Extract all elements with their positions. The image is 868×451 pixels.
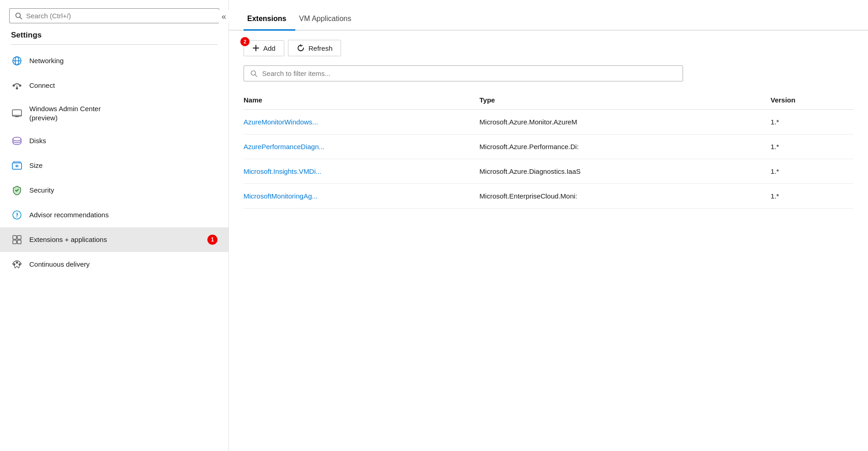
settings-title: Settings — [0, 31, 228, 44]
cell-version: 1.* — [770, 110, 853, 134]
refresh-icon — [297, 44, 305, 52]
svg-point-23 — [13, 263, 16, 266]
sidebar-item-advisor[interactable]: Advisor recommendations — [0, 203, 228, 227]
cell-version: 1.* — [770, 184, 853, 209]
extension-link-3[interactable]: MicrosoftMonitoringAg... — [244, 192, 318, 200]
search-bar[interactable] — [9, 8, 219, 23]
add-button[interactable]: 2 Add — [244, 40, 284, 56]
nav-list: NetworkingConnectWindows Admin Center (p… — [0, 48, 228, 451]
svg-point-18 — [16, 216, 17, 217]
table-row: AzurePerformanceDiagn...Microsoft.Azure.… — [244, 134, 853, 159]
extension-link-0[interactable]: AzureMonitorWindows... — [244, 118, 318, 126]
plus-icon — [252, 44, 260, 52]
table-wrap: NameTypeVersion AzureMonitorWindows...Mi… — [229, 91, 868, 451]
table-row: MicrosoftMonitoringAg...Microsoft.Enterp… — [244, 184, 853, 209]
wac-icon — [11, 107, 23, 119]
add-label: Add — [263, 44, 276, 52]
svg-rect-20 — [17, 236, 21, 239]
extensions-icon — [11, 234, 23, 246]
svg-rect-11 — [15, 116, 19, 117]
sidebar-item-size[interactable]: Size — [0, 153, 228, 178]
delivery-icon — [11, 258, 23, 270]
svg-point-25 — [19, 263, 21, 266]
refresh-label: Refresh — [309, 44, 333, 52]
extension-link-2[interactable]: Microsoft.Insights.VMDi... — [244, 167, 321, 175]
connect-icon — [11, 80, 23, 91]
cell-version: 1.* — [770, 134, 853, 159]
cell-name[interactable]: AzurePerformanceDiagn... — [244, 134, 479, 159]
svg-point-6 — [19, 85, 22, 87]
cell-type: Microsoft.Azure.Diagnostics.IaaS — [479, 159, 770, 184]
cell-name[interactable]: MicrosoftMonitoringAg... — [244, 184, 479, 209]
security-icon — [11, 184, 23, 196]
svg-point-24 — [16, 262, 18, 264]
collapse-button[interactable]: « — [219, 10, 229, 23]
search-input[interactable] — [26, 12, 213, 20]
svg-rect-19 — [13, 236, 16, 239]
filter-input[interactable] — [262, 70, 676, 77]
table-row: AzureMonitorWindows...Microsoft.Azure.Mo… — [244, 110, 853, 134]
sidebar-divider — [11, 44, 217, 45]
disks-icon — [11, 135, 23, 147]
svg-point-5 — [13, 85, 15, 87]
col-header-name: Name — [244, 91, 479, 110]
cell-type: Microsoft.Azure.Monitor.AzureM — [479, 110, 770, 134]
sidebar-item-security[interactable]: Security — [0, 178, 228, 203]
table-body: AzureMonitorWindows...Microsoft.Azure.Mo… — [244, 110, 853, 209]
sidebar-item-label-delivery: Continuous delivery — [29, 260, 217, 269]
svg-rect-14 — [14, 161, 20, 163]
size-icon — [11, 160, 23, 172]
cell-type: Microsoft.EnterpriseCloud.Moni: — [479, 184, 770, 209]
svg-line-1 — [20, 17, 22, 19]
tabs-row: ExtensionsVM Applications — [229, 0, 868, 31]
sidebar-item-label-extensions: Extensions + applications — [29, 235, 201, 244]
sidebar-item-extensions[interactable]: Extensions + applications1 — [0, 227, 228, 252]
cell-name[interactable]: Microsoft.Insights.VMDi... — [244, 159, 479, 184]
sidebar-item-label-connect: Connect — [29, 81, 217, 90]
filter-input-wrap[interactable] — [244, 65, 683, 81]
extensions-table: NameTypeVersion AzureMonitorWindows...Mi… — [244, 91, 853, 209]
sidebar-item-badge-extensions: 1 — [207, 235, 217, 245]
sidebar-item-delivery[interactable]: Continuous delivery — [0, 252, 228, 277]
networking-icon — [11, 55, 23, 67]
svg-rect-21 — [13, 240, 16, 244]
cell-version: 1.* — [770, 159, 853, 184]
sidebar: « Settings NetworkingConnectWindows Admi… — [0, 0, 229, 451]
search-icon — [15, 12, 22, 20]
sidebar-item-label-wac: Windows Admin Center (preview) — [29, 104, 217, 122]
svg-point-12 — [13, 137, 21, 141]
col-header-version: Version — [770, 91, 853, 110]
cell-name[interactable]: AzureMonitorWindows... — [244, 110, 479, 134]
cell-type: Microsoft.Azure.Performance.Di: — [479, 134, 770, 159]
sidebar-item-label-advisor: Advisor recommendations — [29, 210, 217, 220]
sidebar-item-connect[interactable]: Connect — [0, 73, 228, 98]
sidebar-item-label-security: Security — [29, 186, 217, 195]
sidebar-item-label-size: Size — [29, 161, 217, 170]
table-header: NameTypeVersion — [244, 91, 853, 110]
svg-line-29 — [255, 75, 257, 76]
filter-search-icon — [250, 70, 258, 77]
col-header-type: Type — [479, 91, 770, 110]
filter-row — [229, 65, 868, 91]
sidebar-item-label-networking: Networking — [29, 56, 217, 65]
tab-extensions[interactable]: Extensions — [244, 10, 295, 31]
sidebar-item-networking[interactable]: Networking — [0, 48, 228, 73]
table-row: Microsoft.Insights.VMDi...Microsoft.Azur… — [244, 159, 853, 184]
toolbar: 2 Add Refresh — [229, 31, 868, 65]
sidebar-item-disks[interactable]: Disks — [0, 129, 228, 153]
svg-point-7 — [16, 87, 18, 90]
add-badge: 2 — [240, 37, 250, 46]
refresh-button[interactable]: Refresh — [288, 40, 342, 56]
extension-link-1[interactable]: AzurePerformanceDiagn... — [244, 143, 325, 150]
tab-vm-applications[interactable]: VM Applications — [295, 10, 360, 31]
svg-rect-22 — [17, 240, 21, 244]
sidebar-item-wac[interactable]: Windows Admin Center (preview) — [0, 98, 228, 129]
sidebar-item-label-disks: Disks — [29, 136, 217, 145]
main-content: ExtensionsVM Applications 2 Add Refresh — [229, 0, 868, 451]
advisor-icon — [11, 209, 23, 221]
